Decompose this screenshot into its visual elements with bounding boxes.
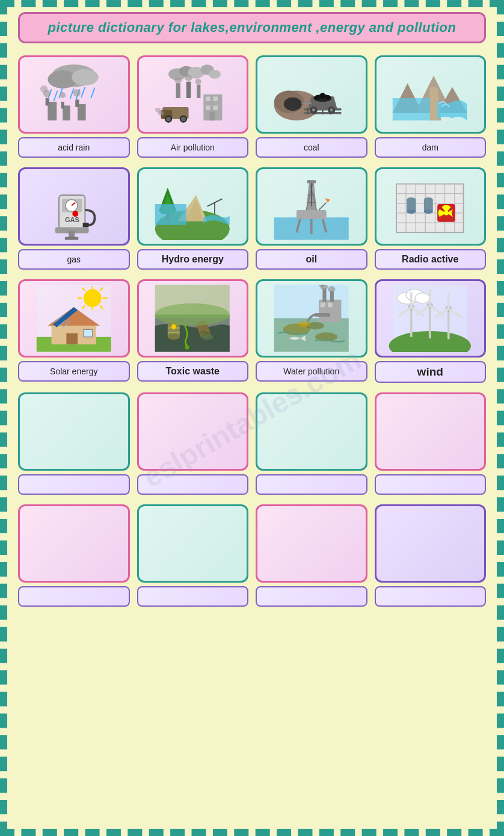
card-toxic-waste: Toxic waste	[137, 279, 249, 383]
empty-label-2-1	[18, 586, 130, 607]
svg-rect-169	[315, 313, 330, 317]
label-text-coal: coal	[304, 143, 319, 152]
svg-rect-44	[210, 112, 215, 121]
svg-point-152	[185, 345, 189, 350]
svg-rect-140	[84, 330, 93, 337]
card-gas: GAS gas	[18, 167, 130, 270]
image-coal	[256, 55, 367, 134]
svg-point-170	[298, 321, 310, 327]
label-oil: oil	[256, 249, 367, 270]
empty-row-1	[18, 392, 486, 495]
empty-label-2-4	[375, 586, 487, 607]
card-acid-rain: acid rain	[18, 55, 130, 158]
svg-point-2	[72, 69, 99, 85]
svg-rect-25	[176, 83, 180, 98]
svg-rect-40	[206, 97, 211, 101]
svg-rect-162	[321, 303, 325, 307]
label-text-solar-energy: Solar energy	[50, 367, 97, 376]
svg-point-59	[325, 95, 330, 99]
svg-point-118	[407, 209, 416, 214]
card-radio-active: Radio active	[375, 167, 487, 270]
empty-card-2-3	[256, 504, 367, 607]
label-wind: wind	[375, 361, 487, 383]
svg-rect-42	[206, 106, 211, 110]
empty-label-2-3	[256, 586, 367, 607]
svg-rect-8	[75, 100, 79, 107]
svg-point-17	[40, 85, 48, 93]
card-wind: wind	[375, 279, 487, 383]
empty-image-2-2	[137, 504, 249, 583]
empty-image-1-3	[256, 392, 367, 471]
empty-card-2-4	[375, 504, 487, 607]
empty-label-1-3	[256, 474, 367, 495]
label-gas: gas	[18, 249, 130, 270]
empty-card-1-4	[375, 392, 487, 495]
row-1: acid rain	[18, 55, 486, 158]
image-air-pollution	[137, 55, 249, 134]
empty-image-2-4	[375, 504, 487, 583]
label-text-radio-active: Radio active	[402, 254, 458, 265]
svg-point-121	[424, 209, 433, 214]
svg-rect-68	[393, 98, 434, 120]
empty-image-1-1	[18, 392, 130, 471]
svg-rect-6	[61, 102, 64, 108]
svg-point-34	[167, 117, 171, 121]
svg-rect-86	[155, 204, 186, 225]
empty-image-2-1	[18, 504, 130, 583]
empty-card-1-1	[18, 392, 130, 495]
svg-point-18	[60, 92, 66, 98]
card-dam: dam	[375, 55, 487, 158]
svg-rect-27	[197, 85, 201, 98]
label-text-oil: oil	[306, 254, 317, 265]
svg-point-63	[330, 109, 333, 112]
svg-point-175	[415, 293, 430, 303]
svg-rect-26	[186, 82, 191, 98]
svg-rect-163	[328, 303, 332, 307]
svg-point-58	[319, 93, 325, 99]
label-toxic-waste: Toxic waste	[137, 361, 249, 382]
svg-point-123	[84, 290, 102, 308]
svg-point-30	[195, 79, 201, 85]
image-water-pollution	[256, 279, 367, 358]
empty-row-2	[18, 504, 486, 607]
empty-image-1-4	[375, 392, 487, 471]
card-air-pollution: Air pollution	[137, 55, 249, 158]
label-coal: coal	[256, 137, 367, 158]
svg-point-168	[328, 286, 335, 293]
label-text-water-pollution: Water pollution	[283, 367, 339, 376]
svg-line-13	[91, 88, 94, 98]
svg-rect-74	[83, 223, 89, 227]
label-water-pollution: Water pollution	[256, 361, 367, 382]
empty-card-2-1	[18, 504, 130, 607]
svg-rect-164	[322, 288, 326, 302]
image-radio-active	[375, 167, 487, 246]
svg-point-19	[73, 89, 81, 96]
svg-point-144	[168, 334, 180, 340]
svg-line-14	[54, 91, 57, 101]
label-text-acid-rain: acid rain	[58, 143, 90, 152]
label-text-air-pollution: Air pollution	[171, 143, 215, 152]
svg-text:GAS: GAS	[65, 216, 79, 223]
label-text-hydro-energy: Hydro energy	[162, 254, 224, 265]
image-hydro-energy	[137, 167, 249, 246]
svg-point-72	[66, 200, 78, 212]
card-solar-energy: Solar energy	[18, 279, 130, 383]
label-text-gas: gas	[67, 255, 81, 264]
row-2: GAS gas	[18, 167, 486, 270]
empty-label-1-4	[375, 474, 487, 495]
card-hydro-energy: Hydro energy	[137, 167, 249, 270]
svg-point-38	[155, 108, 161, 112]
title-box: picture dictionary for lakes,environment…	[18, 12, 486, 43]
svg-point-147	[172, 324, 176, 329]
empty-label-1-1	[18, 474, 130, 495]
card-coal: coal	[256, 55, 367, 158]
svg-rect-90	[297, 210, 327, 219]
svg-point-24	[209, 70, 221, 79]
svg-point-153	[201, 334, 214, 340]
label-air-pollution: Air pollution	[137, 137, 249, 158]
label-acid-rain: acid rain	[18, 137, 130, 158]
svg-rect-99	[307, 181, 316, 184]
label-dam: dam	[375, 137, 487, 158]
card-oil: oil	[256, 167, 367, 270]
svg-point-57	[315, 95, 319, 99]
